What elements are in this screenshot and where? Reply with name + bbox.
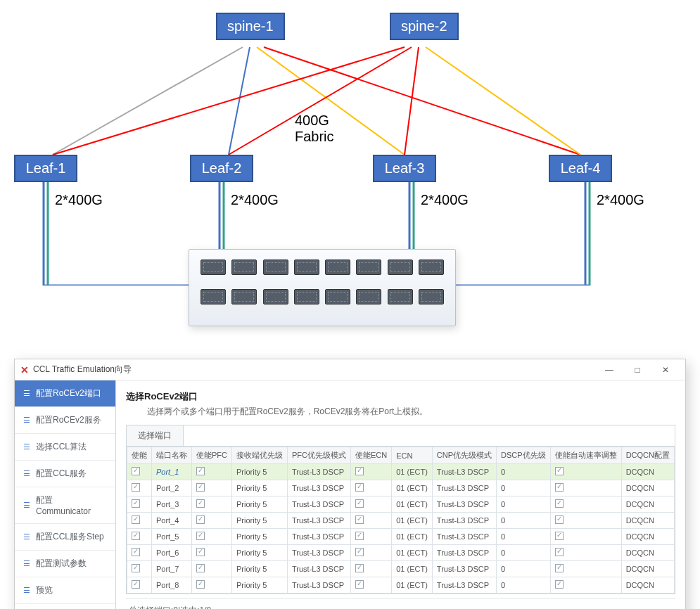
checkbox-icon[interactable] [132,499,140,508]
checkbox-icon[interactable] [355,499,364,508]
checkbox-icon[interactable] [555,548,564,556]
checkbox-icon[interactable] [196,483,205,492]
checkbox-icon[interactable] [355,580,364,589]
rx-priority: Priority 5 [232,480,288,496]
table-row[interactable]: Port_7Priority 5Trust-L3 DSCP01 (ECT)Tru… [127,561,675,577]
ports-table: 使能端口名称使能PFC接收端优先级PFC优先级模式使能ECNECNCNP优先级模… [127,447,675,594]
node-label: spine-2 [401,18,447,34]
checkbox-icon[interactable] [196,548,205,556]
leaf-4-node: Leaf-4 [549,155,612,182]
checkbox-icon[interactable] [132,483,140,492]
close-button[interactable]: ✕ [651,359,680,380]
dcqcn: DCQCN [621,480,674,496]
checkbox-icon[interactable] [196,499,205,508]
column-header[interactable]: DCQCN配置 [621,447,674,464]
checkbox-icon[interactable] [196,564,205,572]
dcqcn: DCQCN [621,561,674,577]
checkbox-icon[interactable] [355,467,364,475]
checkbox-icon[interactable] [132,467,140,475]
checkbox-icon[interactable] [555,467,564,475]
column-header[interactable]: DSCP优先级 [497,447,551,464]
ecn: 01 (ECT) [392,513,433,529]
rx-priority: Priority 5 [232,545,288,561]
checkbox-icon[interactable] [355,532,364,540]
checkbox-icon[interactable] [355,548,364,556]
node-label: spine-1 [227,18,274,34]
sidebar-item-3[interactable]: ☰配置CCL服务 [15,461,115,487]
pfc-mode: Trust-L3 DSCP [288,480,351,496]
table-row[interactable]: Port_6Priority 5Trust-L3 DSCP01 (ECT)Tru… [127,545,675,561]
sidebar-item-5[interactable]: ☰配置CCL服务Step [15,524,115,551]
checkbox-icon[interactable] [555,580,564,589]
node-label: Leaf-1 [26,160,66,177]
port-name: Port_1 [152,464,192,480]
column-header[interactable]: PFC优先级模式 [288,447,351,464]
hamburger-icon: ☰ [23,532,29,541]
checkbox-icon[interactable] [555,515,564,524]
column-header[interactable]: CNP优先级模式 [432,447,496,464]
rx-priority: Priority 5 [232,561,288,577]
checkbox-icon[interactable] [132,548,140,556]
port-name: Port_4 [152,513,192,529]
checkbox-icon[interactable] [196,467,205,475]
column-header[interactable]: 端口名称 [152,447,192,464]
section-desc: 选择两个或多个端口用于配置RoCEv2服务，RoCEv2服务将在Port上模拟。 [126,404,675,425]
table-row[interactable]: Port_2Priority 5Trust-L3 DSCP01 (ECT)Tru… [127,480,675,496]
sidebar-item-1[interactable]: ☰配置RoCEv2服务 [15,407,115,434]
maximize-button[interactable]: □ [623,359,651,380]
port-name: Port_8 [152,577,192,594]
column-header[interactable]: 使能 [127,447,152,464]
dscp: 0 [497,561,551,577]
dscp: 0 [497,577,551,594]
tab-select-ports[interactable]: 选择端口 [127,425,184,446]
sidebar-item-label: 配置RoCEv2服务 [36,414,101,426]
sidebar-item-2[interactable]: ☰选择CCL算法 [15,434,115,461]
port-name: Port_7 [152,561,192,577]
checkbox-icon[interactable] [555,499,564,508]
checkbox-icon[interactable] [355,483,364,492]
rx-priority: Priority 5 [232,529,288,545]
ecn: 01 (ECT) [392,529,433,545]
column-header[interactable]: ECN [392,447,433,464]
sidebar-item-label: 配置CCL服务 [36,468,87,480]
checkbox-icon[interactable] [196,532,205,540]
sidebar-item-label: 配置Communicator [36,494,107,516]
tabstrip: 选择端口 [126,425,675,446]
rx-priority: Priority 5 [232,577,288,594]
checkbox-icon[interactable] [132,532,140,540]
checkbox-icon[interactable] [132,580,140,589]
table-row[interactable]: Port_5Priority 5Trust-L3 DSCP01 (ECT)Tru… [127,529,675,545]
ecn: 01 (ECT) [392,480,433,496]
column-header[interactable]: 使能ECN [351,447,392,464]
checkbox-icon[interactable] [196,515,205,524]
sidebar-item-4[interactable]: ☰配置Communicator [15,487,115,524]
checkbox-icon[interactable] [132,515,140,524]
checkbox-icon[interactable] [355,564,364,572]
cnp-mode: Trust-L3 DSCP [432,464,496,480]
table-row[interactable]: Port_8Priority 5Trust-L3 DSCP01 (ECT)Tru… [127,577,675,594]
hamburger-icon: ☰ [23,559,29,568]
sidebar-item-6[interactable]: ☰配置测试参数 [15,551,115,577]
checkbox-icon[interactable] [555,564,564,572]
column-header[interactable]: 使能自动速率调整 [550,447,621,464]
svg-line-7 [426,47,580,155]
checkbox-icon[interactable] [555,532,564,540]
dcqcn: DCQCN [621,496,674,513]
sidebar-item-7[interactable]: ☰预览 [15,577,115,604]
minimize-button[interactable]: — [595,359,623,380]
column-header[interactable]: 使能PFC [192,447,232,464]
checkbox-icon[interactable] [132,564,140,572]
node-label: Leaf-4 [561,160,601,177]
hamburger-icon: ☰ [23,501,29,510]
config-window: ✕ CCL Traffic Emulation向导 — □ ✕ ☰配置RoCEv… [14,359,686,609]
cnp-mode: Trust-L3 DSCP [432,513,496,529]
checkbox-icon[interactable] [196,580,205,589]
checkbox-icon[interactable] [355,515,364,524]
sidebar-item-0[interactable]: ☰配置RoCEv2端口 [15,380,115,407]
maximize-icon: □ [635,365,639,375]
column-header[interactable]: 接收端优先级 [232,447,288,464]
checkbox-icon[interactable] [555,483,564,492]
table-row[interactable]: Port_1Priority 5Trust-L3 DSCP01 (ECT)Tru… [127,464,675,480]
table-row[interactable]: Port_3Priority 5Trust-L3 DSCP01 (ECT)Tru… [127,496,675,513]
table-row[interactable]: Port_4Priority 5Trust-L3 DSCP01 (ECT)Tru… [127,513,675,529]
